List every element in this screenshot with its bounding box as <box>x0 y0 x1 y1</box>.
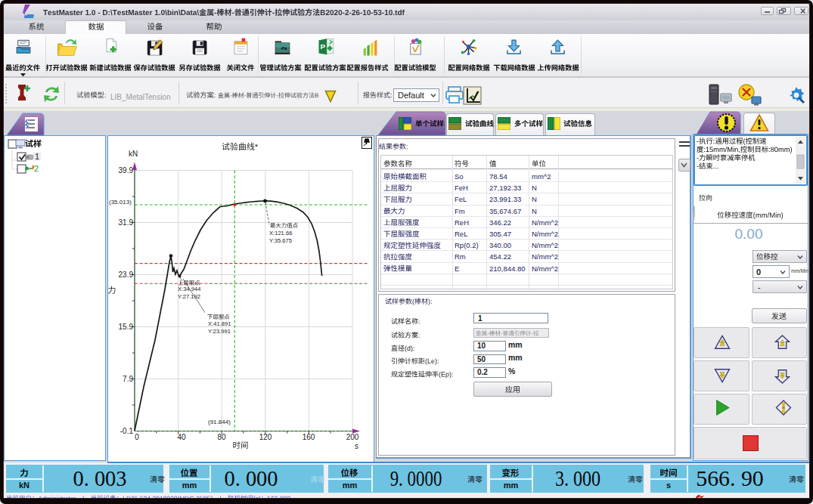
svg-text:P: P <box>321 42 326 51</box>
